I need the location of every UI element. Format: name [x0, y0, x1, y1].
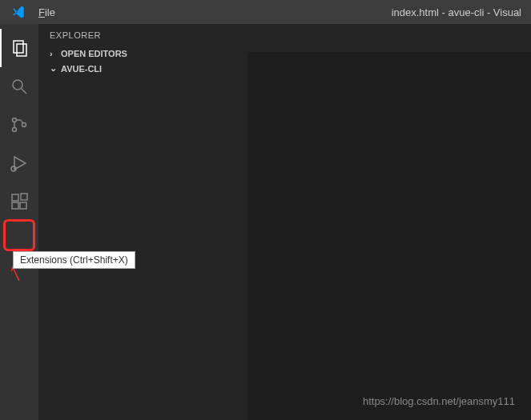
svg-line-3 — [22, 89, 26, 94]
svg-rect-8 — [12, 194, 18, 201]
watermark-text: https://blog.csdn.net/jeansmy111 — [363, 395, 515, 407]
explorer-sidebar: EXPLORER ›OPEN EDITORS ⌄AVUE-CLI — [38, 24, 247, 420]
sidebar-title: EXPLORER — [38, 24, 247, 46]
code-lines[interactable] — [286, 71, 531, 420]
extensions-highlight — [3, 219, 35, 251]
run-debug-icon[interactable] — [0, 144, 38, 182]
line-gutter — [247, 71, 286, 420]
svg-rect-9 — [12, 202, 18, 209]
svg-rect-1 — [17, 44, 26, 56]
svg-point-6 — [22, 123, 26, 127]
window-title: index.html - avue-cli - Visual — [392, 6, 526, 18]
search-view-icon[interactable] — [0, 67, 38, 106]
menu-file[interactable]: File — [32, 3, 62, 22]
source-control-icon[interactable] — [0, 106, 38, 144]
open-editors-section[interactable]: ›OPEN EDITORS — [38, 46, 247, 61]
svg-rect-0 — [14, 41, 23, 53]
svg-point-5 — [13, 128, 17, 132]
vscode-logo-icon — [11, 5, 26, 19]
editor-group — [247, 24, 531, 420]
extensions-tooltip: Extensions (Ctrl+Shift+X) — [13, 251, 135, 269]
activity-bar: Extensions (Ctrl+Shift+X) ↑ — [0, 24, 38, 420]
menubar: File index.html - avue-cli - Visual — [0, 0, 531, 24]
code-area[interactable] — [247, 71, 531, 420]
svg-rect-10 — [20, 202, 26, 209]
file-tree — [38, 76, 247, 420]
open-editors-label: OPEN EDITORS — [61, 49, 127, 58]
breadcrumbs — [247, 52, 531, 71]
project-label: AVUE-CLI — [61, 64, 102, 74]
extensions-view-icon[interactable] — [0, 182, 38, 221]
svg-point-2 — [13, 80, 22, 90]
svg-point-4 — [13, 118, 17, 122]
editor-tabs — [247, 24, 531, 52]
project-section[interactable]: ⌄AVUE-CLI — [38, 61, 247, 76]
svg-rect-11 — [21, 194, 27, 200]
explorer-view-icon[interactable] — [0, 29, 38, 67]
